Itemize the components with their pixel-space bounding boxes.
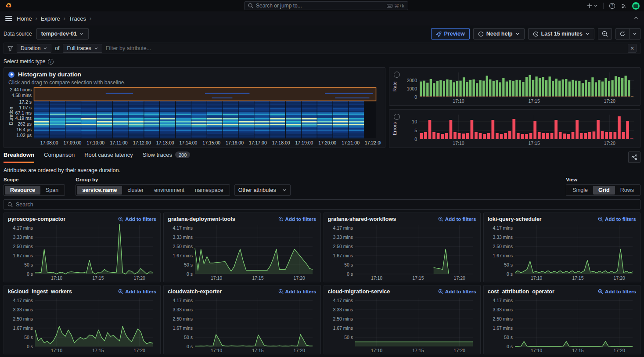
- global-search[interactable]: ⌘+k: [244, 1, 408, 10]
- tab-comparison[interactable]: Comparison: [44, 151, 75, 163]
- view-option-grid[interactable]: Grid: [593, 186, 615, 195]
- errors-panel[interactable]: Errors 17:1017:1517:200510: [389, 109, 640, 148]
- info-icon[interactable]: i: [48, 59, 54, 65]
- scope-option-resource[interactable]: Resource: [5, 186, 40, 195]
- view-option-single[interactable]: Single: [567, 186, 593, 195]
- service-panel-loki-query-scheduler[interactable]: loki-query-schedulerAdd to filters17:101…: [483, 213, 640, 282]
- breadcrumb-item-home[interactable]: Home: [17, 15, 32, 22]
- groupby-option-namespace[interactable]: namespace: [190, 186, 229, 195]
- chevron-down-icon: [585, 32, 590, 36]
- tab-root-cause-latency[interactable]: Root cause latency: [84, 151, 133, 163]
- groupby-option-environment[interactable]: environment: [149, 186, 190, 195]
- new-menu-button[interactable]: [587, 3, 598, 8]
- duration-filter-dropdown[interactable]: Duration: [17, 44, 51, 53]
- service-panel-cloud-migration-service[interactable]: cloud-migration-serviceAdd to filters17:…: [324, 285, 481, 355]
- breakdown-search-input[interactable]: [16, 202, 637, 208]
- heatmap-selection-band[interactable]: [34, 88, 376, 101]
- tab-slow-traces[interactable]: Slow traces200: [143, 151, 191, 163]
- add-to-filters-button[interactable]: Add to filters: [438, 289, 476, 294]
- time-range-picker[interactable]: Last 15 minutes: [528, 28, 594, 40]
- refresh-interval-button[interactable]: [630, 28, 640, 40]
- add-to-filters-button[interactable]: Add to filters: [118, 216, 156, 222]
- svg-text:50 s: 50 s: [504, 334, 513, 339]
- view-option-rows[interactable]: Rows: [615, 186, 639, 195]
- add-to-filters-label: Add to filters: [605, 216, 636, 222]
- news-button[interactable]: [621, 3, 627, 9]
- datasource-picker[interactable]: tempo-dev-01: [36, 28, 89, 40]
- add-to-filters-button[interactable]: Add to filters: [278, 289, 317, 294]
- service-duration-chart[interactable]: 17:1017:1517:200 s50 s1.67 mins2.50 mins…: [168, 295, 316, 353]
- chevron-down-icon: [633, 32, 637, 36]
- svg-text:0 s: 0 s: [187, 271, 193, 277]
- chevron-down-icon: [515, 32, 520, 36]
- service-panel-grafana-deployment-tools[interactable]: grafana-deployment-toolsAdd to filters17…: [163, 213, 320, 282]
- preview-button[interactable]: Preview: [431, 28, 470, 40]
- chevron-down-icon: [594, 4, 598, 8]
- need-help-label: Need help: [486, 31, 513, 37]
- service-panel-cloudwatch-exporter[interactable]: cloudwatch-exporterAdd to filters17:1017…: [163, 285, 320, 355]
- tab-breakdown[interactable]: Breakdown: [4, 151, 34, 163]
- breadcrumb-item-explore[interactable]: Explore: [41, 15, 60, 22]
- add-to-filters-button[interactable]: Add to filters: [598, 216, 636, 222]
- groupby-option-service-name[interactable]: service.name: [77, 186, 122, 195]
- service-duration-chart[interactable]: 17:1017:1517:2050 s1.67 mins2.50 mins3.3…: [328, 295, 476, 353]
- scope-option-span[interactable]: Span: [40, 186, 64, 195]
- rate-panel[interactable]: Rate 17:1017:1517:20010002000: [389, 67, 640, 106]
- other-attributes-label: Other attributes: [238, 187, 276, 193]
- rate-radio[interactable]: [394, 72, 400, 78]
- help-button[interactable]: ?: [609, 3, 615, 9]
- user-avatar[interactable]: [632, 2, 640, 10]
- search-plus-icon: [278, 289, 284, 294]
- search-plus-icon: [598, 216, 603, 222]
- histogram-radio[interactable]: [8, 72, 14, 78]
- traces-type-dropdown[interactable]: Full traces: [63, 44, 102, 53]
- add-to-filters-button[interactable]: Add to filters: [598, 289, 636, 294]
- svg-text:1.07 s: 1.07 s: [19, 105, 32, 110]
- histogram-panel[interactable]: Histogram by duration Click and drag to …: [4, 67, 385, 148]
- duration-heatmap-chart[interactable]: Duration 2.44 hours4.58 mins17.2 s1.07 s…: [8, 86, 381, 146]
- breadcrumb-item-traces[interactable]: Traces: [69, 15, 86, 22]
- service-duration-chart[interactable]: 17:1017:1517:200 s50 s1.67 mins2.50 mins…: [8, 295, 156, 353]
- groupby-option-cluster[interactable]: cluster: [122, 186, 149, 195]
- rate-chart[interactable]: Rate 17:1017:1517:20010002000: [401, 69, 637, 105]
- service-duration-chart[interactable]: 17:1017:1517:200 s50 s1.67 mins2.50 mins…: [168, 222, 316, 281]
- service-duration-chart[interactable]: 17:1017:1517:200 s50 s1.67 mins2.50 mins…: [328, 222, 476, 281]
- chart-canvas: 17:1017:1517:200 s50 s1.67 mins2.50 mins…: [328, 222, 476, 281]
- clear-filters-button[interactable]: ✕: [628, 44, 637, 53]
- svg-text:17:14:00: 17:14:00: [179, 140, 197, 145]
- filter-attribute-input[interactable]: Filter by attribute...: [106, 45, 151, 51]
- menu-toggle-button[interactable]: [5, 16, 12, 21]
- service-duration-chart[interactable]: 17:1017:1517:200 s50 s1.67 mins2.50 mins…: [488, 295, 636, 353]
- tab-label: Slow traces: [143, 151, 172, 158]
- errors-radio[interactable]: [394, 114, 400, 120]
- add-to-filters-button[interactable]: Add to filters: [438, 216, 476, 222]
- attributes-note: Attributes are ordered by their average …: [0, 163, 644, 174]
- breakdown-search[interactable]: [4, 199, 640, 210]
- tabs-row: BreakdownComparisonRoot cause latencySlo…: [0, 148, 644, 163]
- global-search-input[interactable]: [256, 3, 384, 9]
- svg-text:0 s: 0 s: [507, 343, 513, 349]
- svg-text:17:20: 17:20: [613, 348, 625, 353]
- chart-canvas: 17:1017:1517:20010002000: [401, 69, 637, 105]
- add-to-filters-button[interactable]: Add to filters: [278, 216, 317, 222]
- share-button[interactable]: [628, 151, 640, 163]
- svg-text:17:15: 17:15: [92, 275, 104, 281]
- service-panel-header: cloudwatch-exporterAdd to filters: [168, 288, 316, 295]
- service-duration-chart[interactable]: 17:1017:1517:200 s50 s1.67 mins2.50 mins…: [8, 222, 156, 281]
- service-panel-grafana-shared-workflows[interactable]: grafana-shared-workflowsAdd to filters17…: [324, 213, 481, 282]
- refresh-button[interactable]: [615, 28, 630, 40]
- duration-filter-label: Duration: [21, 45, 40, 51]
- zoom-out-button[interactable]: [598, 28, 612, 40]
- service-panel-k6cloud_ingest_workers[interactable]: k6cloud_ingest_workersAdd to filters17:1…: [4, 285, 161, 355]
- errors-chart[interactable]: Errors 17:1017:1517:200510: [401, 111, 637, 147]
- svg-text:3.33 mins: 3.33 mins: [13, 307, 33, 312]
- service-panel-cost_attribution_operator[interactable]: cost_attribution_operatorAdd to filters1…: [483, 285, 640, 355]
- need-help-button[interactable]: Need help: [473, 28, 525, 40]
- other-attributes-select[interactable]: Other attributes: [234, 184, 291, 196]
- svg-text:17:15: 17:15: [412, 348, 424, 353]
- collapse-header-button[interactable]: [633, 15, 639, 22]
- service-panel-pyroscope-compactor[interactable]: pyroscope-compactorAdd to filters17:1017…: [4, 213, 161, 282]
- service-duration-chart[interactable]: 17:1017:1517:200 s50 s1.67 mins2.50 mins…: [488, 222, 636, 281]
- add-to-filters-button[interactable]: Add to filters: [118, 289, 156, 294]
- grafana-logo-icon[interactable]: [4, 2, 12, 10]
